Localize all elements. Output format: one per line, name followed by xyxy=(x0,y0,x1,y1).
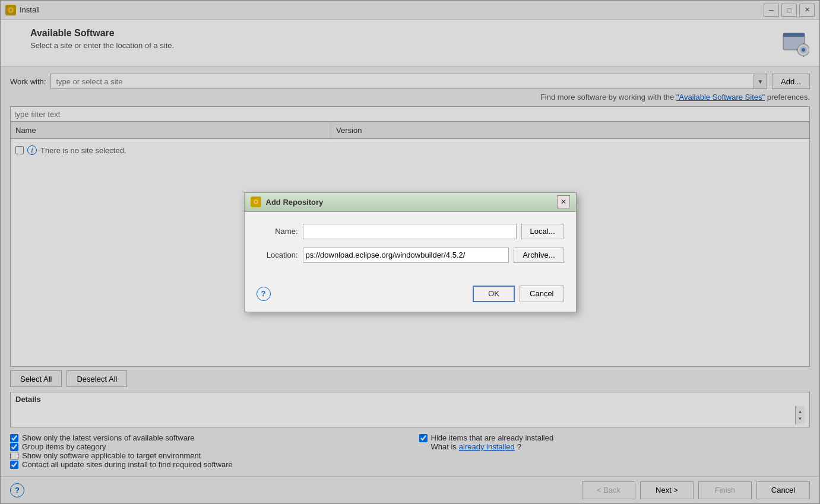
modal-cancel-button[interactable]: Cancel xyxy=(520,286,563,302)
modal-eclipse-icon xyxy=(251,196,261,207)
modal-location-input[interactable] xyxy=(303,248,509,263)
modal-action-buttons: OK Cancel xyxy=(473,286,563,302)
modal-ok-button[interactable]: OK xyxy=(473,286,515,302)
svg-point-14 xyxy=(255,201,257,203)
modal-title-bar: Add Repository ✕ xyxy=(245,193,576,212)
modal-location-label: Location: xyxy=(257,251,298,259)
modal-name-label: Name: xyxy=(257,227,298,236)
modal-help-button[interactable]: ? xyxy=(257,287,271,301)
modal-overlay: Add Repository ✕ Name: Local... Location… xyxy=(0,0,820,504)
modal-footer: ? OK Cancel xyxy=(245,281,576,312)
modal-local-button[interactable]: Local... xyxy=(521,224,564,239)
modal-name-row: Name: Local... xyxy=(257,224,564,239)
main-window: Install ─ □ ✕ Available Software Select … xyxy=(0,0,820,504)
modal-archive-button[interactable]: Archive... xyxy=(514,248,563,263)
modal-content: Name: Local... Location: Archive... xyxy=(245,212,576,281)
modal-title-text: Add Repository xyxy=(266,198,557,207)
modal-close-button[interactable]: ✕ xyxy=(557,195,570,208)
modal-location-row: Location: Archive... xyxy=(257,248,564,263)
modal-name-input[interactable] xyxy=(303,224,517,239)
add-repository-modal: Add Repository ✕ Name: Local... Location… xyxy=(244,192,577,312)
